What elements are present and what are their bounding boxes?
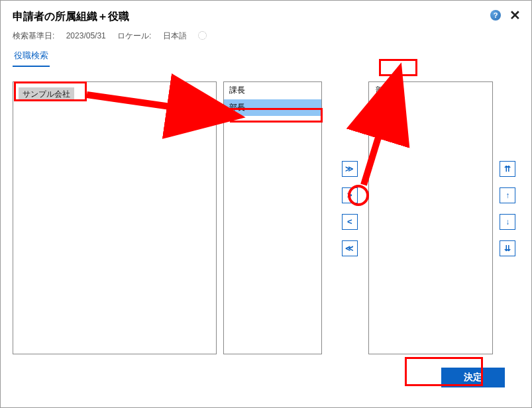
- add-button[interactable]: >: [342, 187, 358, 203]
- move-up-button[interactable]: ↑: [500, 187, 515, 203]
- locale-value: 日本語: [163, 31, 187, 40]
- criteria-row: 検索基準日: 2023/05/31 ロケール: 日本語: [1, 28, 531, 46]
- move-bottom-button[interactable]: ⇊: [500, 240, 515, 256]
- locale-label: ロケール:: [117, 31, 151, 40]
- tree-item-sample-company[interactable]: サンプル会社: [19, 87, 74, 101]
- close-icon[interactable]: ✕: [509, 9, 521, 22]
- remove-button[interactable]: <: [342, 214, 358, 230]
- role-list-panel[interactable]: 課長 部長: [223, 81, 322, 354]
- dialog-title: 申請者の所属組織＋役職: [13, 10, 129, 24]
- move-down-button[interactable]: ↓: [500, 214, 515, 230]
- selected-item-bucho[interactable]: 部長: [373, 83, 489, 97]
- order-buttons: ⇈ ↑ ↓ ⇊: [500, 81, 519, 354]
- transfer-buttons: ≫ > < ≪: [342, 81, 362, 354]
- list-item-bucho[interactable]: 部長: [224, 99, 321, 117]
- org-tree-panel[interactable]: サンプル会社: [13, 81, 217, 354]
- panels: サンプル会社 課長 部長 ≫ > < ≪ 部長 ⇈ ↑ ↓ ⇊: [13, 81, 519, 354]
- confirm-button[interactable]: 決定: [441, 368, 505, 387]
- remove-all-button[interactable]: ≪: [342, 240, 358, 256]
- help-icon[interactable]: ?: [490, 10, 501, 21]
- tab-role-search[interactable]: 役職検索: [13, 46, 50, 67]
- list-item-kacho[interactable]: 課長: [224, 82, 321, 99]
- add-all-button[interactable]: ≫: [342, 161, 358, 177]
- date-label: 検索基準日:: [13, 31, 54, 40]
- move-top-button[interactable]: ⇈: [500, 161, 515, 177]
- date-value: 2023/05/31: [66, 31, 106, 40]
- selected-panel[interactable]: 部長: [368, 81, 494, 354]
- gear-icon[interactable]: [198, 31, 207, 40]
